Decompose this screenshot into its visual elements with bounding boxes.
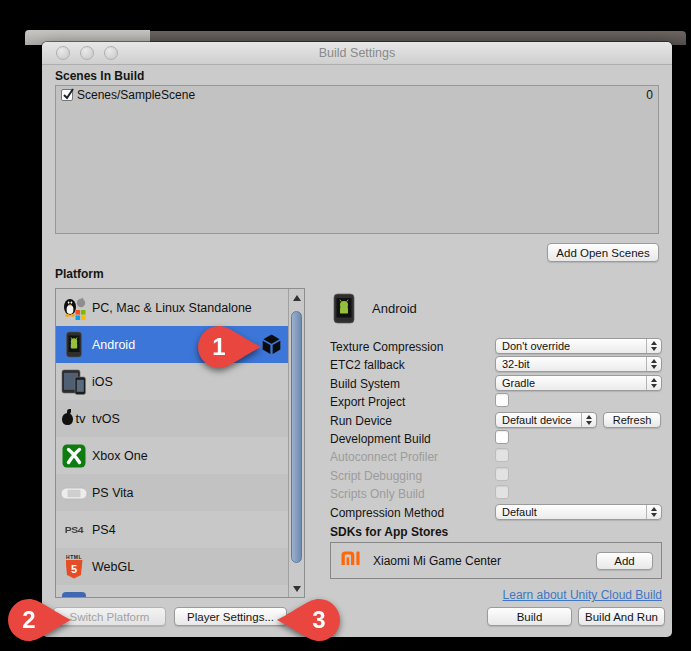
setting-label: Script Debugging bbox=[330, 469, 422, 483]
platform-label: Xbox One bbox=[92, 449, 148, 463]
scroll-down-arrow-icon[interactable] bbox=[289, 582, 304, 595]
platform-label: Facebook bbox=[92, 597, 147, 599]
setting-label: Run Device bbox=[330, 414, 392, 428]
setting-label: Export Project bbox=[330, 395, 405, 409]
platform-list-scrollbar[interactable] bbox=[288, 289, 304, 597]
annotation-badge-1: 1 bbox=[198, 325, 264, 369]
script-debugging-checkbox bbox=[495, 467, 509, 481]
platform-list: PC, Mac & Linux Standalone Android bbox=[55, 288, 305, 598]
titlebar[interactable]: Build Settings bbox=[42, 42, 672, 65]
dropdown-stepper-icon bbox=[646, 357, 661, 371]
platform-heading: Platform bbox=[55, 267, 104, 281]
zoom-button[interactable] bbox=[104, 46, 118, 60]
dropdown-stepper-icon bbox=[646, 505, 661, 519]
development-build-checkbox[interactable] bbox=[495, 430, 509, 444]
dropdown-stepper-icon bbox=[646, 376, 661, 390]
dropdown-stepper-icon bbox=[581, 413, 596, 427]
platform-item-ps4[interactable]: PS4 PS4 bbox=[56, 511, 304, 548]
platform-item-facebook[interactable]: f Facebook bbox=[56, 585, 304, 598]
scenes-in-build-heading: Scenes In Build bbox=[55, 69, 144, 83]
android-header-icon bbox=[332, 293, 356, 328]
platform-item-xbox-one[interactable]: Xbox One bbox=[56, 437, 304, 474]
platform-item-tvos[interactable]: tv tvOS bbox=[56, 400, 304, 437]
ios-icon bbox=[56, 369, 92, 395]
unity-cloud-build-link[interactable]: Learn about Unity Cloud Build bbox=[330, 588, 662, 602]
check-icon bbox=[61, 87, 76, 102]
panel-title: Android bbox=[372, 301, 417, 316]
refresh-button[interactable]: Refresh bbox=[603, 412, 661, 428]
android-platform-icon bbox=[56, 331, 92, 359]
setting-label: Scripts Only Build bbox=[330, 487, 425, 501]
build-system-dropdown[interactable]: Gradle bbox=[495, 375, 662, 391]
etc2-fallback-dropdown[interactable]: 32-bit bbox=[495, 356, 662, 372]
sdk-row-xiaomi: Xiaomi Mi Game Center Add bbox=[330, 542, 662, 579]
ps-vita-icon bbox=[56, 480, 92, 506]
build-and-run-button[interactable]: Build And Run bbox=[578, 607, 665, 626]
window-title: Build Settings bbox=[42, 42, 672, 64]
dropdown-stepper-icon bbox=[646, 339, 661, 353]
platform-label: PS Vita bbox=[92, 486, 133, 500]
setting-label: Texture Compression bbox=[330, 340, 443, 354]
platform-label: Android bbox=[92, 338, 135, 352]
compression-method-dropdown[interactable]: Default bbox=[495, 504, 662, 520]
setting-label: ETC2 fallback bbox=[330, 358, 405, 372]
scrollbar-thumb[interactable] bbox=[291, 311, 302, 563]
traffic-lights bbox=[56, 46, 118, 60]
xiaomi-mi-logo-icon bbox=[339, 547, 362, 574]
player-settings-button[interactable]: Player Settings... bbox=[174, 607, 287, 626]
annotation-number: 1 bbox=[198, 333, 240, 361]
sdks-heading: SDKs for App Stores bbox=[330, 525, 448, 539]
scene-name: Scenes/SampleScene bbox=[77, 88, 195, 102]
scene-row[interactable]: Scenes/SampleScene 0 bbox=[56, 86, 658, 104]
add-open-scenes-button[interactable]: Add Open Scenes bbox=[547, 243, 659, 262]
platform-item-webgl[interactable]: HTML 5 WebGL bbox=[56, 548, 304, 585]
scenes-list[interactable]: Scenes/SampleScene 0 bbox=[55, 85, 659, 234]
close-button[interactable] bbox=[56, 46, 70, 60]
platform-label: WebGL bbox=[92, 560, 134, 574]
platform-label: PS4 bbox=[92, 523, 116, 537]
scripts-only-build-checkbox bbox=[495, 485, 509, 499]
setting-label: Development Build bbox=[330, 432, 431, 446]
annotation-badge-2: 2 bbox=[8, 598, 74, 642]
annotation-badge-3: 3 bbox=[274, 598, 340, 642]
setting-label: Build System bbox=[330, 377, 400, 391]
minimize-button[interactable] bbox=[80, 46, 94, 60]
screenshot-root: { "window": { "title": "Build Settings",… bbox=[0, 0, 691, 651]
build-settings-window: Build Settings Scenes In Build Scenes/Sa… bbox=[42, 42, 672, 637]
platform-item-ps-vita[interactable]: PS Vita bbox=[56, 474, 304, 511]
platform-item-ios[interactable]: iOS bbox=[56, 363, 304, 400]
texture-compression-dropdown[interactable]: Don't override bbox=[495, 338, 662, 354]
run-device-dropdown[interactable]: Default device bbox=[495, 412, 597, 428]
ps4-icon: PS4 bbox=[56, 524, 92, 536]
tvos-icon: tv bbox=[56, 411, 92, 426]
autoconnect-profiler-checkbox bbox=[495, 448, 509, 462]
scene-checkbox[interactable] bbox=[61, 89, 73, 101]
xbox-one-icon bbox=[56, 444, 92, 468]
scene-index: 0 bbox=[646, 88, 653, 102]
scroll-up-arrow-icon[interactable] bbox=[289, 291, 304, 304]
add-sdk-button[interactable]: Add bbox=[596, 552, 653, 570]
platform-item-android[interactable]: Android bbox=[56, 326, 304, 363]
platform-label: PC, Mac & Linux Standalone bbox=[92, 301, 252, 315]
build-button[interactable]: Build bbox=[487, 607, 572, 626]
platform-label: tvOS bbox=[92, 412, 120, 426]
export-project-checkbox[interactable] bbox=[495, 393, 509, 407]
annotation-number: 3 bbox=[298, 606, 340, 634]
platform-item-pc-mac-linux[interactable]: PC, Mac & Linux Standalone bbox=[56, 289, 304, 326]
pc-mac-linux-icon bbox=[56, 295, 92, 321]
setting-label: Compression Method bbox=[330, 506, 444, 520]
setting-label: Autoconnect Profiler bbox=[330, 450, 438, 464]
webgl-icon: HTML 5 bbox=[56, 555, 92, 579]
platform-label: iOS bbox=[92, 375, 113, 389]
sdk-name: Xiaomi Mi Game Center bbox=[373, 554, 501, 568]
annotation-number: 2 bbox=[8, 606, 50, 634]
